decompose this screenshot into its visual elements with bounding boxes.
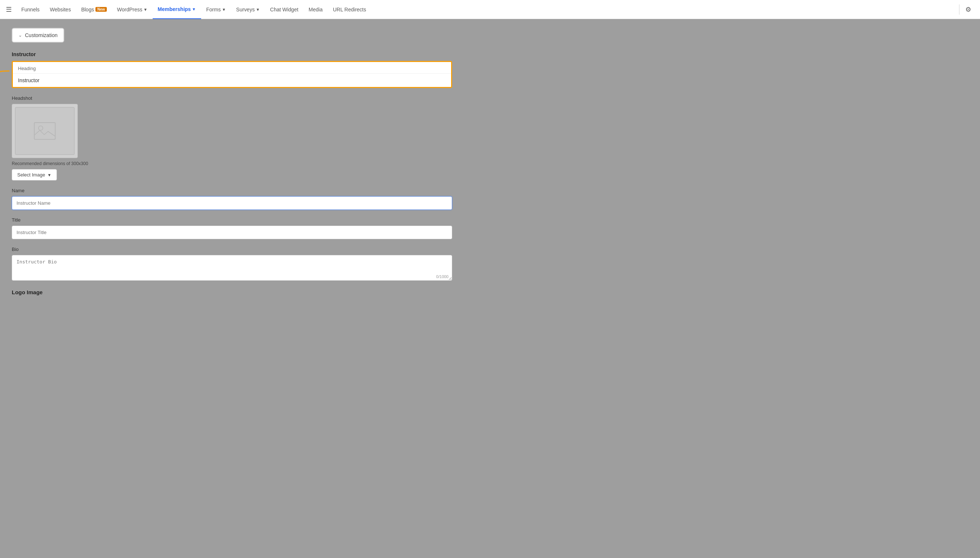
hamburger-menu-icon[interactable]: ☰ (6, 5, 12, 13)
select-image-button[interactable]: Select Image ▼ (12, 169, 57, 181)
name-label: Name (12, 188, 452, 193)
logo-section-label: Logo Image (12, 289, 452, 295)
name-input[interactable] (12, 196, 452, 210)
bio-label: Bio (12, 246, 452, 252)
surveys-chevron-icon: ▼ (256, 7, 260, 12)
wordpress-chevron-icon: ▼ (143, 7, 148, 12)
memberships-chevron-icon: ▼ (192, 7, 196, 11)
nav-item-media[interactable]: Media (304, 0, 328, 19)
customization-chevron-icon: ⌄ (18, 33, 22, 38)
bio-char-count: 0/1000 (436, 274, 449, 279)
heading-area: Heading Instructor (12, 61, 452, 88)
title-section: Title (12, 217, 452, 239)
dimensions-text: Recommended dimensions of 300x300 (12, 161, 452, 166)
main-content: ⌄ Customization Instructor Heading Instr… (0, 19, 980, 558)
title-input[interactable] (12, 226, 452, 239)
nav-item-memberships[interactable]: Memberships ▼ (153, 0, 201, 19)
select-image-chevron-icon: ▼ (47, 173, 51, 177)
forms-chevron-icon: ▼ (222, 7, 226, 12)
nav-item-surveys[interactable]: Surveys ▼ (231, 0, 265, 19)
title-label: Title (12, 217, 452, 223)
headshot-section: Headshot Recommended dimensions of 300x3… (12, 95, 452, 181)
headshot-label: Headshot (12, 95, 452, 101)
nav-item-funnels[interactable]: Funnels (16, 0, 45, 19)
name-section: Name (12, 188, 452, 210)
settings-icon[interactable]: ⚙ (962, 4, 974, 15)
heading-value: Instructor (13, 74, 451, 87)
customization-button[interactable]: ⌄ Customization (12, 28, 64, 43)
nav-item-url-redirects[interactable]: URL Redirects (328, 0, 372, 19)
nav-item-websites[interactable]: Websites (45, 0, 76, 19)
bio-textarea[interactable] (12, 255, 452, 281)
nav-item-chat-widget[interactable]: Chat Widget (265, 0, 304, 19)
heading-box: Heading Instructor (12, 61, 452, 88)
nav-item-forms[interactable]: Forms ▼ (201, 0, 231, 19)
headshot-area (12, 104, 78, 158)
bio-textarea-wrapper: 0/1000 (12, 255, 452, 282)
navbar: ☰ Funnels Websites Blogs New WordPress ▼… (0, 0, 980, 19)
nav-items: Funnels Websites Blogs New WordPress ▼ M… (16, 0, 956, 19)
nav-item-wordpress[interactable]: WordPress ▼ (112, 0, 153, 19)
bio-section: Bio 0/1000 (12, 246, 452, 282)
svg-rect-0 (35, 123, 56, 140)
instructor-section-label: Instructor (12, 51, 452, 57)
instructor-section: Instructor Heading Instructor Headshot (12, 51, 452, 295)
svg-point-1 (39, 126, 43, 130)
headshot-placeholder (15, 107, 74, 155)
nav-item-blogs[interactable]: Blogs New (76, 0, 112, 19)
image-placeholder-icon (34, 122, 56, 140)
blogs-badge: New (95, 7, 107, 12)
heading-inner-label: Heading (13, 62, 451, 74)
annotation-arrow (0, 68, 12, 90)
nav-separator (959, 4, 959, 15)
logo-image-section: Logo Image (12, 289, 452, 295)
